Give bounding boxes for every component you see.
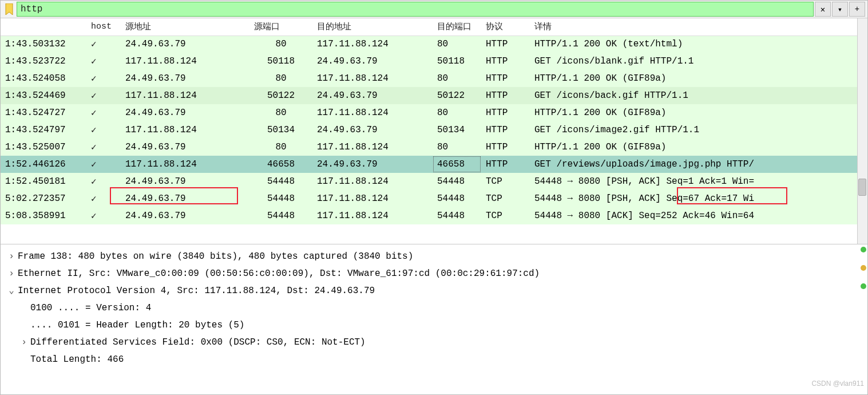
packet-table: host 源地址 源端口 目的地址 目的端口 协议 详情 1:43.503132…	[1, 18, 857, 224]
table-cell: 24.49.63.79	[121, 207, 249, 224]
table-cell: 24.49.63.79	[121, 190, 249, 207]
table-cell: ✓	[86, 139, 121, 156]
table-cell: HTTP	[481, 87, 530, 104]
table-row[interactable]: 1:43.524058✓24.49.63.7980117.11.88.12480…	[1, 70, 857, 87]
table-row[interactable]: 1:43.525007✓24.49.63.7980117.11.88.12480…	[1, 139, 857, 156]
table-cell: 1:43.525007	[1, 139, 86, 156]
chevron-right-icon[interactable]: ›	[5, 265, 18, 282]
app-window: ✕ ▾ + host 源地址 源端口 目的地址 目的端口	[0, 0, 868, 395]
col-src[interactable]: 源地址	[121, 18, 249, 35]
table-cell: 80	[249, 139, 312, 156]
table-cell: ✓	[86, 173, 121, 190]
table-cell: 117.11.88.124	[312, 207, 433, 224]
tree-ip[interactable]: ⌄ Internet Protocol Version 4, Src: 117.…	[5, 282, 863, 299]
table-cell: HTTP	[481, 53, 530, 70]
table-cell: ✓	[86, 53, 121, 70]
add-filter-button[interactable]: +	[849, 2, 865, 17]
bookmark-icon[interactable]	[3, 3, 15, 15]
table-cell: ✓	[86, 121, 121, 139]
table-cell: 1:43.524727	[1, 104, 86, 121]
table-cell: 117.11.88.124	[312, 70, 433, 87]
table-cell: 24.49.63.79	[312, 156, 433, 173]
table-cell: HTTP/1.1 200 OK (GIF89a)	[530, 139, 857, 156]
table-row[interactable]: 1:43.524727✓24.49.63.7980117.11.88.12480…	[1, 104, 857, 121]
table-cell: 54448 → 8080 [ACK] Seq=252 Ack=46 Win=64	[530, 207, 857, 224]
table-cell: 1:43.524058	[1, 70, 86, 87]
filter-history-button[interactable]: ▾	[832, 2, 848, 17]
table-header-row[interactable]: host 源地址 源端口 目的地址 目的端口 协议 详情	[1, 18, 857, 35]
tree-label: Differentiated Services Field: 0x00 (DSC…	[30, 334, 366, 351]
packet-list-scroll[interactable]: host 源地址 源端口 目的地址 目的端口 协议 详情 1:43.503132…	[1, 18, 867, 244]
table-cell: 80	[433, 70, 481, 87]
table-cell: ✓	[86, 207, 121, 224]
table-cell: 24.49.63.79	[121, 139, 249, 156]
table-cell: ✓	[86, 156, 121, 173]
table-row[interactable]: 1:52.446126✓117.11.88.1244665824.49.63.7…	[1, 156, 857, 173]
watermark: CSDN @vlan911	[811, 375, 864, 392]
table-cell: 80	[249, 70, 312, 87]
table-cell: ✓	[86, 190, 121, 207]
table-cell: ✓	[86, 70, 121, 87]
col-time[interactable]	[1, 18, 86, 35]
tree-ip-version[interactable]: 0100 .... = Version: 4	[5, 299, 863, 317]
table-row[interactable]: 5:02.272357✓24.49.63.7954448117.11.88.12…	[1, 190, 857, 207]
col-sport[interactable]: 源端口	[249, 18, 312, 35]
tree-frame[interactable]: › Frame 138: 480 bytes on wire (3840 bit…	[5, 248, 863, 265]
table-cell: 46658	[433, 156, 481, 173]
table-cell: 50134	[249, 121, 312, 139]
table-cell: 24.49.63.79	[121, 173, 249, 190]
tree-ip-total-length[interactable]: Total Length: 466	[5, 351, 863, 368]
table-cell: 117.11.88.124	[121, 53, 249, 70]
table-cell: GET /reviews/uploads/image.jpg.php HTTP/	[530, 156, 857, 173]
table-cell: HTTP	[481, 139, 530, 156]
table-cell: ✓	[86, 104, 121, 121]
col-host[interactable]: host	[86, 18, 121, 35]
table-cell: 117.11.88.124	[121, 156, 249, 173]
table-cell: 80	[433, 35, 481, 53]
table-cell: HTTP/1.1 200 OK (GIF89a)	[530, 70, 857, 87]
table-cell: 80	[433, 139, 481, 156]
clear-filter-button[interactable]: ✕	[815, 2, 831, 17]
table-cell: 117.11.88.124	[312, 173, 433, 190]
table-row[interactable]: 1:43.523722✓117.11.88.1245011824.49.63.7…	[1, 53, 857, 70]
col-proto[interactable]: 协议	[481, 18, 530, 35]
tree-ethernet[interactable]: › Ethernet II, Src: VMware_c0:00:09 (00:…	[5, 265, 863, 282]
tree-ip-dsf[interactable]: › Differentiated Services Field: 0x00 (D…	[5, 334, 863, 351]
tree-ip-header-length[interactable]: .... 0101 = Header Length: 20 bytes (5)	[5, 317, 863, 334]
table-cell: 117.11.88.124	[121, 87, 249, 104]
tree-label: Internet Protocol Version 4, Src: 117.11…	[18, 282, 375, 299]
table-row[interactable]: 1:52.450181✓24.49.63.7954448117.11.88.12…	[1, 173, 857, 190]
table-cell: HTTP	[481, 70, 530, 87]
packet-details-pane[interactable]: › Frame 138: 480 bytes on wire (3840 bit…	[1, 244, 867, 394]
table-cell: 54448 → 8080 [PSH, ACK] Seq=67 Ack=17 Wi	[530, 190, 857, 207]
table-cell: 54448	[433, 173, 481, 190]
table-cell: HTTP	[481, 156, 530, 173]
chevron-down-icon[interactable]: ⌄	[5, 282, 18, 299]
table-cell: 24.49.63.79	[312, 121, 433, 139]
table-cell: 117.11.88.124	[312, 35, 433, 53]
col-info[interactable]: 详情	[530, 18, 857, 35]
table-row[interactable]: 1:43.524469✓117.11.88.1245012224.49.63.7…	[1, 87, 857, 104]
col-dport[interactable]: 目的端口	[433, 18, 481, 35]
chevron-right-icon[interactable]: ›	[18, 334, 30, 351]
table-cell: HTTP	[481, 121, 530, 139]
table-cell: TCP	[481, 190, 530, 207]
tree-label: Total Length: 466	[30, 351, 124, 368]
table-row[interactable]: 1:43.503132✓24.49.63.7980117.11.88.12480…	[1, 35, 857, 53]
table-cell: 54448 → 8080 [PSH, ACK] Seq=1 Ack=1 Win=	[530, 173, 857, 190]
table-cell: ✓	[86, 35, 121, 53]
table-cell: GET /icons/blank.gif HTTP/1.1	[530, 53, 857, 70]
table-cell: 50118	[433, 53, 481, 70]
table-cell: 54448	[249, 190, 312, 207]
tree-label: Ethernet II, Src: VMware_c0:00:09 (00:50…	[18, 265, 540, 282]
packet-scrollbar[interactable]	[857, 18, 867, 244]
display-filter-input[interactable]	[17, 2, 814, 17]
table-cell: 24.49.63.79	[312, 87, 433, 104]
chevron-right-icon[interactable]: ›	[5, 248, 18, 265]
table-cell: HTTP/1.1 200 OK (text/html)	[530, 35, 857, 53]
table-cell: 50122	[249, 87, 312, 104]
col-dst[interactable]: 目的地址	[312, 18, 433, 35]
table-row[interactable]: 1:43.524797✓117.11.88.1245013424.49.63.7…	[1, 121, 857, 139]
minimap-dots	[861, 247, 866, 289]
table-row[interactable]: 5:08.358991✓24.49.63.7954448117.11.88.12…	[1, 207, 857, 224]
